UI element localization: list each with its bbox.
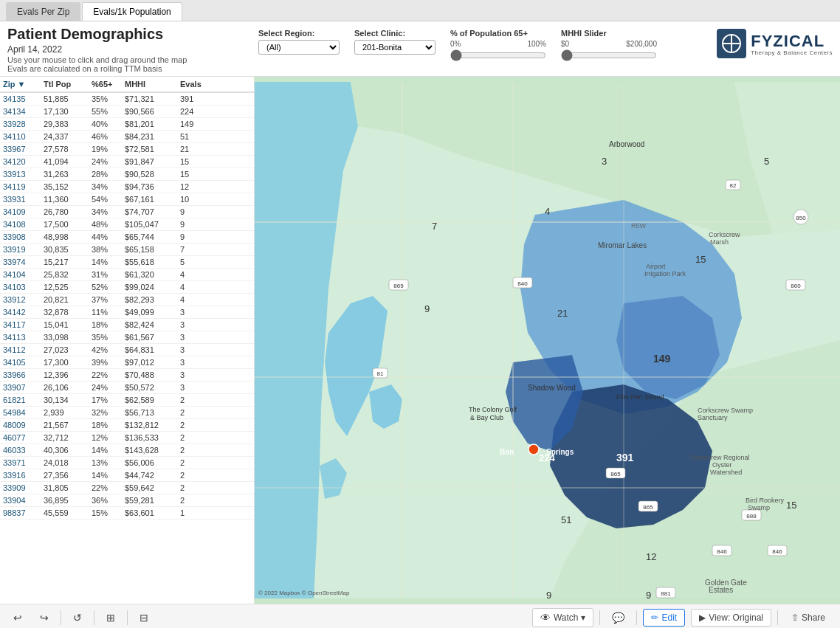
zip-cell[interactable]: 54984 [1, 407, 42, 418]
map-panel[interactable]: 869 840 82 850 R5W 860 865 [255, 77, 840, 604]
table-header: Zip ▼ Ttl Pop %65+ MHHI Evals [0, 77, 254, 93]
table-row[interactable]: 3390436,89536%$59,2812 [0, 494, 254, 507]
table-row[interactable]: 6182130,13417%$62,5892 [0, 394, 254, 407]
zip-cell[interactable]: 33904 [1, 495, 42, 505]
divider-6 [777, 610, 778, 625]
undo-button[interactable]: ↩ [7, 610, 28, 626]
zip-cell[interactable]: 34103 [1, 282, 42, 292]
zip-cell[interactable]: 34113 [1, 332, 42, 342]
zip-cell[interactable]: 61821 [1, 395, 42, 405]
table-row[interactable]: 3410817,50048%$105,0479 [0, 218, 254, 231]
table-row[interactable]: 3410517,30039%$97,0123 [0, 356, 254, 369]
table-row[interactable]: 3390848,99844%$65,7449 [0, 231, 254, 244]
svg-text:888: 888 [746, 513, 757, 520]
zip-cell[interactable]: 34110 [1, 131, 42, 142]
zip-cell[interactable]: 33971 [1, 458, 42, 468]
table-row[interactable]: 3396727,57819%$72,58121 [0, 143, 254, 156]
table-row[interactable]: 3391930,83538%$65,1587 [0, 244, 254, 256]
table-row[interactable]: 4607732,71212%$136,5332 [0, 432, 254, 444]
svg-text:869: 869 [393, 283, 404, 289]
zip-cell[interactable]: 98837 [1, 508, 42, 518]
table-row[interactable]: 4800921,56718%$132,8122 [0, 419, 254, 432]
zip-cell[interactable]: 33913 [1, 169, 42, 179]
reset-button[interactable]: ↺ [67, 610, 88, 626]
table-row[interactable]: 3410926,78034%$74,7079 [0, 206, 254, 218]
table-row[interactable]: 3413551,88535%$71,321391 [0, 93, 254, 106]
data-cell: 19% [90, 144, 123, 154]
zip-cell[interactable]: 33907 [1, 382, 42, 393]
table-row[interactable]: 3391220,82137%$82,2934 [0, 294, 254, 306]
table-row[interactable]: 3410312,52552%$99,0244 [0, 281, 254, 294]
zip-cell[interactable]: 34119 [1, 182, 42, 192]
table-row[interactable]: 3392829,38340%$81,201149 [0, 118, 254, 131]
zip-cell[interactable]: 33909 [1, 483, 42, 493]
tab-evals-per-1k[interactable]: Evals/1k Population [82, 2, 182, 21]
zip-cell[interactable]: 33919 [1, 244, 42, 255]
tabs-bar: Evals Per Zip Evals/1k Population [0, 0, 840, 21]
data-cell: 2,939 [42, 407, 90, 418]
table-row[interactable]: 3411227,02342%$64,8313 [0, 344, 254, 356]
view-button[interactable]: ▶ View: Original [691, 609, 771, 627]
tab-evals-per-zip[interactable]: Evals Per Zip [6, 2, 80, 21]
table-row[interactable]: 3393111,36054%$67,16110 [0, 193, 254, 206]
zip-cell[interactable]: 48009 [1, 420, 42, 430]
table-row[interactable]: 3396612,39622%$70,4883 [0, 369, 254, 382]
zip-cell[interactable]: 33928 [1, 119, 42, 129]
zip-cell[interactable]: 33974 [1, 257, 42, 267]
redo-button[interactable]: ↪ [34, 610, 55, 626]
data-cell: 24,337 [42, 131, 90, 142]
zip-cell[interactable]: 46033 [1, 445, 42, 455]
zip-cell[interactable]: 46077 [1, 432, 42, 443]
zip-cell[interactable]: 34142 [1, 307, 42, 317]
zip-cell[interactable]: 33912 [1, 294, 42, 305]
data-cell: 12,525 [42, 282, 90, 292]
table-row[interactable]: 3411024,33746%$84,23151 [0, 131, 254, 143]
share-button[interactable]: ⇧ Share [784, 610, 833, 626]
zip-cell[interactable]: 34108 [1, 219, 42, 230]
table-row[interactable]: 3411935,15234%$94,73612 [0, 181, 254, 193]
table-row[interactable]: 3391627,35614%$44,7422 [0, 469, 254, 482]
zip-cell[interactable]: 33931 [1, 194, 42, 204]
zip-cell[interactable]: 34135 [1, 94, 42, 104]
zip-cell[interactable]: 33916 [1, 470, 42, 480]
zip-cell[interactable]: 34109 [1, 207, 42, 217]
zip-cell[interactable]: 33967 [1, 144, 42, 154]
zip-cell[interactable]: 34117 [1, 320, 42, 330]
table-row[interactable]: 3397415,21714%$55,6185 [0, 256, 254, 269]
zip-cell[interactable]: 33908 [1, 232, 42, 242]
zip-cell[interactable]: 33966 [1, 370, 42, 380]
table-row[interactable]: 9883745,55915%$63,6011 [0, 507, 254, 520]
region-select[interactable]: (All) [258, 40, 340, 55]
data-button[interactable]: ⊟ [134, 610, 154, 626]
table-row[interactable]: 3410425,83231%$61,3204 [0, 269, 254, 281]
table-row[interactable]: 3411715,04118%$82,4243 [0, 319, 254, 331]
table-row[interactable]: 3414232,87811%$49,0993 [0, 306, 254, 319]
zip-cell[interactable]: 34134 [1, 106, 42, 117]
table-row[interactable]: 3390931,80522%$59,6422 [0, 482, 254, 494]
table-row[interactable]: 3391331,26328%$90,52815 [0, 168, 254, 181]
comment-button[interactable]: 💬 [606, 610, 630, 626]
undo-icon: ↩ [13, 612, 22, 624]
table-row[interactable]: 3411333,09835%$61,5673 [0, 331, 254, 344]
table-row[interactable]: 4603340,30614%$143,6282 [0, 444, 254, 457]
table-row[interactable]: 3397124,01813%$56,0062 [0, 457, 254, 469]
pop65-slider[interactable] [450, 49, 546, 61]
table-row[interactable]: 3412041,09424%$91,84715 [0, 156, 254, 168]
zip-cell[interactable]: 34120 [1, 156, 42, 167]
table-row[interactable]: 549842,93932%$56,7132 [0, 407, 254, 419]
watch-button[interactable]: 👁 Watch ▾ [532, 608, 594, 627]
data-cell: $65,158 [123, 244, 179, 255]
zip-cell[interactable]: 34105 [1, 357, 42, 368]
zip-cell[interactable]: 34112 [1, 345, 42, 355]
table-row[interactable]: 3413417,13055%$90,566224 [0, 106, 254, 118]
mhhi-slider[interactable] [561, 49, 657, 61]
filter-button[interactable]: ⊞ [100, 610, 121, 626]
map-svg: 869 840 82 850 R5W 860 865 [255, 77, 840, 604]
edit-button[interactable]: ✏ Edit [643, 609, 685, 627]
clinic-select[interactable]: 201-Bonita [354, 40, 436, 55]
data-cell: 25,832 [42, 269, 90, 280]
col-zip[interactable]: Zip ▼ [1, 79, 42, 89]
header-date: April 14, 2022 [7, 44, 258, 55]
table-row[interactable]: 3390726,10624%$50,5723 [0, 382, 254, 394]
zip-cell[interactable]: 34104 [1, 269, 42, 280]
